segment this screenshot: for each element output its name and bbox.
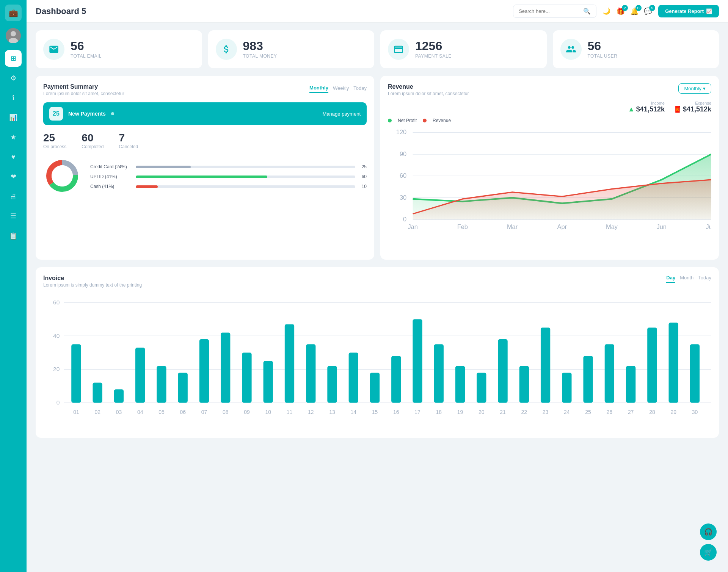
bar-06[interactable] (178, 373, 188, 403)
new-payments-dot (111, 112, 114, 115)
bar-25[interactable] (583, 356, 593, 403)
x-label-09: 09 (244, 409, 250, 415)
search-box[interactable]: 🔍 (513, 5, 596, 18)
sidebar-item-dashboard[interactable]: ⊞ (5, 50, 22, 67)
tab-monthly[interactable]: Monthly (309, 83, 328, 93)
progress-item-creditcard: Credit Card (24%) 25 (90, 164, 367, 169)
user-stat-icon (560, 39, 582, 60)
generate-report-label: Generate Report (665, 8, 704, 14)
sidebar-item-star[interactable]: ★ (5, 129, 22, 146)
payment-summary-header: Payment Summary Lorem ipsum dolor sit am… (43, 83, 367, 96)
payment-stat-icon (388, 39, 409, 60)
svg-text:40: 40 (53, 332, 60, 339)
user-avatar[interactable] (6, 28, 21, 43)
bar-10[interactable] (264, 361, 273, 403)
x-label-27: 27 (628, 409, 634, 415)
bar-08[interactable] (221, 333, 230, 403)
heart-icon: ♥ (11, 153, 16, 161)
on-process-number: 25 (43, 132, 66, 144)
tab-month[interactable]: Month (680, 275, 693, 283)
bar-12[interactable] (306, 344, 315, 403)
bar-11[interactable] (285, 324, 294, 403)
bar-26[interactable] (605, 344, 614, 403)
bar-07[interactable] (199, 339, 209, 403)
analytics-icon: 📊 (9, 113, 17, 122)
tab-today[interactable]: Today (698, 275, 711, 283)
tab-today[interactable]: Today (353, 83, 367, 93)
completed-label: Completed (82, 144, 104, 149)
bar-16[interactable] (391, 356, 401, 403)
progress-bar-bg-cash (136, 185, 355, 188)
bar-18[interactable] (434, 344, 444, 403)
svg-text:20: 20 (53, 366, 60, 372)
bar-09[interactable] (242, 353, 251, 403)
search-input[interactable] (519, 8, 580, 14)
x-label-26: 26 (607, 409, 613, 415)
progress-bar-bg-creditcard (136, 166, 355, 168)
settings-icon: ⚙ (10, 74, 16, 82)
cart-icon: 🛒 (704, 548, 712, 556)
bar-05[interactable] (157, 366, 166, 403)
info-icon: ℹ (12, 94, 15, 102)
sidebar-item-print[interactable]: 🖨 (5, 188, 22, 205)
gift-icon-wrap[interactable]: 🎁 2 (617, 7, 625, 16)
new-payments-count: 25 (49, 107, 63, 121)
progress-val-creditcard: 25 (359, 164, 367, 169)
stat-info-payment: 1256 PAYMENT SALE (415, 40, 452, 59)
dark-mode-toggle[interactable]: 🌙 (602, 7, 610, 15)
bar-15[interactable] (370, 373, 380, 403)
total-money-number: 983 (243, 40, 277, 52)
sidebar-item-favorite[interactable]: ❤ (5, 168, 22, 185)
tab-day[interactable]: Day (666, 275, 675, 283)
cart-button[interactable]: 🛒 (700, 544, 717, 561)
progress-list: Credit Card (24%) 25 UPI ID (41%) 60 (90, 164, 367, 189)
bar-30[interactable] (690, 344, 700, 403)
bar-22[interactable] (519, 366, 529, 403)
bar-04[interactable] (135, 348, 145, 403)
sidebar-item-analytics[interactable]: 📊 (5, 109, 22, 126)
manage-payment-link[interactable]: Manage payment (323, 111, 361, 117)
bar-21[interactable] (498, 339, 507, 403)
generate-report-button[interactable]: Generate Report 📈 (658, 5, 719, 17)
bar-28[interactable] (647, 328, 657, 403)
bar-13[interactable] (327, 366, 337, 403)
sidebar-item-info[interactable]: ℹ (5, 89, 22, 106)
expense-value: 🧧 $41,512k (674, 105, 711, 113)
revenue-monthly-dropdown[interactable]: Monthly ▾ (678, 83, 711, 94)
revenue-legend-label: Revenue (433, 118, 451, 123)
x-label-14: 14 (351, 409, 357, 415)
bar-27[interactable] (626, 366, 635, 403)
sidebar-item-heart[interactable]: ♥ (5, 149, 22, 165)
x-label-22: 22 (521, 409, 527, 415)
chat-icon-wrap[interactable]: 💬 5 (644, 7, 652, 16)
bar-03[interactable] (114, 389, 124, 403)
income-amount: $41,512k (636, 105, 665, 113)
bar-20[interactable] (477, 373, 486, 403)
invoice-chart: 60 40 20 0 01020304050607080910111213141… (43, 294, 711, 428)
bar-01[interactable] (71, 344, 81, 403)
sidebar: 💼 ⊞ ⚙ ℹ 📊 ★ ♥ ❤ 🖨 ☰ 📋 (0, 0, 27, 572)
bar-19[interactable] (455, 366, 465, 403)
payment-summary-info: Payment Summary Lorem ipsum dolor sit am… (43, 83, 124, 96)
sidebar-item-menu[interactable]: ☰ (5, 208, 22, 224)
bar-14[interactable] (349, 353, 358, 403)
progress-val-cash: 10 (359, 184, 367, 189)
bar-29[interactable] (668, 323, 678, 403)
total-email-label: TOTAL EMAIL (71, 53, 102, 59)
support-button[interactable]: 🎧 (700, 523, 717, 540)
tab-weekly[interactable]: Weekly (333, 83, 349, 93)
svg-point-6 (52, 165, 73, 186)
on-process-label: On process (43, 144, 66, 149)
bar-24[interactable] (562, 373, 571, 403)
bar-17[interactable] (413, 319, 422, 403)
expense-label: Expense (674, 101, 711, 105)
bell-icon-wrap[interactable]: 🔔 12 (630, 7, 639, 16)
x-label-13: 13 (329, 409, 335, 415)
svg-text:July: July (706, 223, 711, 230)
floating-buttons: 🎧 🛒 (700, 523, 717, 561)
sidebar-item-settings[interactable]: ⚙ (5, 70, 22, 86)
bar-02[interactable] (93, 383, 102, 403)
bar-23[interactable] (541, 328, 550, 403)
sidebar-item-list[interactable]: 📋 (5, 227, 22, 244)
revenue-subtitle: Lorem ipsum dolor sit amet, consectetur (388, 91, 469, 96)
